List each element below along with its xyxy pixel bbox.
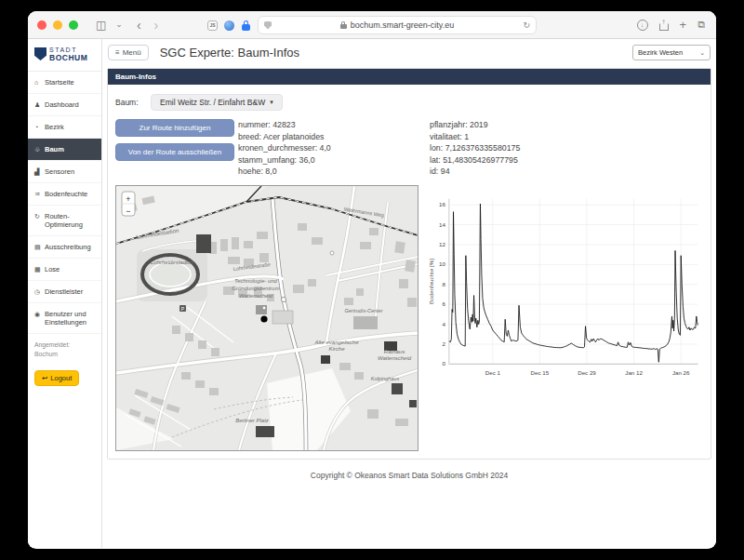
caret-down-icon: ▾	[270, 99, 273, 106]
svg-text:12: 12	[439, 241, 445, 247]
detail-line: vitalitaet: 1	[430, 131, 520, 143]
person-icon: ♟	[34, 101, 42, 109]
sidebar-item-lose[interactable]: ▦Lose	[28, 259, 101, 281]
sidebar-item-startseite[interactable]: ⌂Startseite	[28, 72, 101, 94]
map-label-kolpinghaus: Kolpinghaus	[371, 376, 400, 381]
district-icon: ◔	[34, 124, 42, 130]
browser-window: ◫ ⌄ ‹ › JS bochum.smart-green-city.eu ↻ …	[28, 11, 716, 549]
tls-lock-icon	[340, 21, 347, 29]
sidebar-item-routen-optimierung[interactable]: ↻Routen-Optimierung	[28, 206, 101, 236]
downloads-icon[interactable]: ↓	[637, 20, 648, 31]
chevron-down-icon[interactable]: ⌄	[115, 20, 123, 29]
detail-line: id: 94	[430, 166, 520, 178]
back-button[interactable]: ‹	[137, 18, 141, 33]
close-window-button[interactable]	[37, 20, 46, 30]
sidebar-item-label: Bodenfeuchte	[45, 190, 87, 198]
reload-icon[interactable]: ↻	[523, 20, 530, 30]
logout-button[interactable]: ↩ Logout	[34, 370, 79, 386]
sidebar-item-bezirk[interactable]: ◔Bezirk	[28, 116, 101, 139]
district-select[interactable]: Bezirk Westen ⌄	[632, 45, 711, 60]
chevron-down-icon: ⌄	[699, 49, 705, 57]
moisture-icon: ♒	[34, 191, 42, 198]
sidebar-item-benutzer-einstellungen[interactable]: ◉Benutzer und Einstellungen	[28, 303, 101, 334]
map-label-kirche: Kirche	[328, 346, 345, 352]
tree-select[interactable]: Emil Weitz Str. / Einfahrt B&W ▾	[151, 94, 283, 111]
forward-button[interactable]: ›	[154, 18, 159, 33]
card-title: Baum-Infos	[108, 69, 711, 85]
svg-text:4: 4	[443, 321, 446, 327]
copyright: Copyright © Okeanos Smart Data Solutions…	[102, 460, 716, 487]
map-label-tz: Technologie- und	[234, 278, 277, 284]
url-text[interactable]: bochum.smart-green-city.eu	[351, 20, 454, 30]
js-extension-icon[interactable]: JS	[207, 20, 218, 31]
sidebar-item-baum[interactable]: ♧Baum	[28, 139, 101, 161]
logged-in-label: Angemeldet:	[34, 340, 95, 350]
svg-text:Dec 1: Dec 1	[485, 369, 501, 376]
menu-label: Menü	[123, 48, 141, 57]
add-to-route-button[interactable]: Zur Route hinzufügen	[115, 119, 234, 137]
sidebar-item-ausschreibung[interactable]: ▤Ausschreibung	[28, 236, 101, 259]
tree-select-value: Emil Weitz Str. / Einfahrt B&W	[160, 98, 265, 107]
address-bar[interactable]: bochum.smart-green-city.eu ↻	[258, 16, 537, 34]
map-label-rathaus: Rathaus	[384, 349, 405, 354]
sidebar-item-bodenfeuchte[interactable]: ♒Bodenfeuchte	[28, 183, 101, 206]
svg-text:Bodenfeuchte [%]: Bodenfeuchte [%]	[428, 259, 434, 304]
svg-text:6: 6	[443, 300, 446, 307]
exclude-from-route-button[interactable]: Von der Route ausschließen	[115, 143, 234, 161]
svg-text:Jan 12: Jan 12	[625, 369, 643, 376]
logo-line2: BOCHUM	[49, 53, 87, 62]
detail-line: lat: 51,48305426977795	[430, 154, 520, 167]
sidebar-item-label: Startseite	[45, 78, 74, 87]
minimize-window-button[interactable]	[53, 20, 62, 30]
home-icon: ⌂	[34, 79, 42, 86]
map-label-tz: Gründungszentrum	[232, 286, 279, 291]
map-label-kirche: Alte evangelische	[313, 340, 359, 345]
city-map[interactable]: P Lohrheidestadion Lohrheidestadion	[115, 185, 418, 451]
tab-overview-icon[interactable]: ⧉	[698, 19, 705, 31]
sidebar-item-label: Baum	[45, 145, 64, 153]
district-select-value: Bezirk Westen	[638, 48, 683, 57]
tree-select-label: Baum:	[115, 98, 151, 107]
zoom-in-button[interactable]: +	[126, 193, 130, 203]
svg-text:2: 2	[443, 340, 446, 347]
sidebar-item-label: Bezirk	[45, 123, 64, 131]
menu-button[interactable]: ≡ Menü	[108, 45, 149, 60]
tree-marker[interactable]	[260, 315, 267, 322]
logged-in-user: Bochum	[34, 350, 95, 359]
briefcase-icon: ▤	[34, 244, 42, 251]
sidebar-item-dienstleister[interactable]: ◷Dienstleister	[28, 281, 101, 303]
moisture-chart[interactable]: 0246810121416Dec 1Dec 15Dec 29Jan 12Jan …	[426, 185, 703, 399]
map-zoom-control: + −	[122, 192, 135, 216]
detail-line: kronen_durchmesser: 4,0	[238, 142, 394, 154]
detail-line: lon: 7,126376335580175	[430, 142, 520, 154]
zoom-out-button[interactable]: −	[126, 206, 130, 215]
table-icon: ▦	[34, 266, 42, 273]
sidebar-item-label: Dienstleister	[45, 287, 83, 296]
city-map-svg: P Lohrheidestadion Lohrheidestadion	[116, 186, 418, 450]
sidebar-item-label: Lose	[45, 265, 60, 273]
detail-line: breed: Acer platanoides	[238, 131, 394, 143]
svg-text:Dec 29: Dec 29	[578, 369, 596, 376]
sidebar-item-dashboard[interactable]: ♟Dashboard	[28, 94, 101, 116]
browser-toolbar: ◫ ⌄ ‹ › JS bochum.smart-green-city.eu ↻ …	[28, 11, 716, 39]
clock-icon: ◷	[34, 288, 42, 296]
zoom-window-button[interactable]	[69, 20, 78, 30]
svg-text:Jan 26: Jan 26	[672, 369, 690, 376]
new-tab-icon[interactable]: +	[680, 18, 687, 32]
page-header: ≡ Menü SGC Experte: Baum-Infos Bezirk We…	[102, 39, 716, 66]
svg-text:Dec 15: Dec 15	[531, 369, 550, 376]
baum-infos-card: Baum-Infos Baum: Emil Weitz Str. / Einfa…	[107, 68, 711, 460]
password-extension-icon[interactable]	[241, 20, 251, 31]
sidebar-item-label: Routen-Optimierung	[45, 212, 98, 229]
svg-text:16: 16	[439, 201, 445, 207]
sidebar-toggle-icon[interactable]: ◫	[96, 20, 106, 31]
stadt-bochum-logo[interactable]: STADT BOCHUM	[28, 39, 101, 72]
bar-chart-icon: ▟	[34, 168, 42, 176]
share-icon[interactable]: ↑	[659, 20, 669, 31]
sidebar-item-label: Dashboard	[45, 100, 79, 109]
extension-sphere-icon[interactable]	[224, 20, 234, 31]
moisture-chart-svg: 0246810121416Dec 1Dec 15Dec 29Jan 12Jan …	[426, 185, 703, 399]
hamburger-icon: ≡	[115, 48, 120, 57]
sidebar-item-sensoren[interactable]: ▟Sensoren	[28, 161, 101, 183]
page-title: SGC Experte: Baum-Infos	[160, 46, 299, 60]
